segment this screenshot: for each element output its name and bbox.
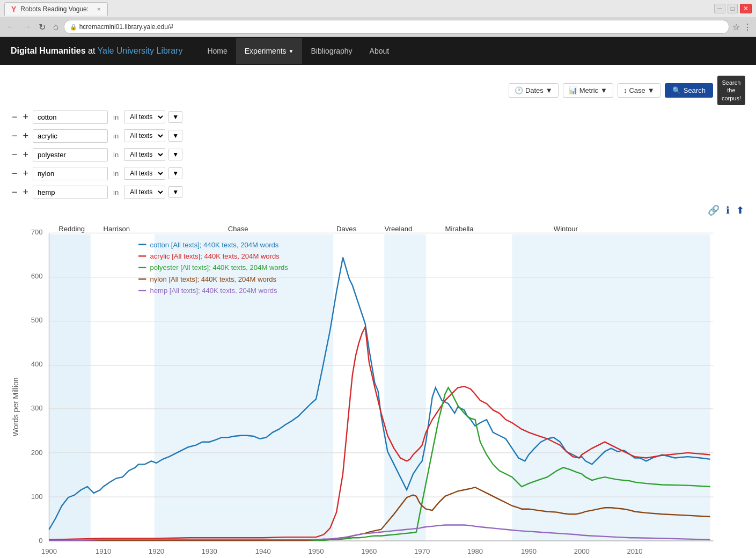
nav-bibliography[interactable]: Bibliography — [302, 38, 361, 64]
metric-label: Metric — [579, 86, 598, 94]
add-row-5-button[interactable]: + — [22, 187, 30, 198]
bookmark-button[interactable]: ☆ — [732, 22, 740, 32]
scope-select-1[interactable]: All texts — [124, 111, 165, 123]
search-input-1[interactable] — [33, 111, 108, 124]
scope-select-4[interactable]: All texts — [124, 167, 165, 180]
add-row-3-button[interactable]: + — [22, 149, 30, 160]
download-icon-button[interactable]: ⬆ — [736, 204, 744, 216]
sort-icon: ↕ — [623, 86, 627, 94]
browser-menu-button[interactable]: ⋮ — [743, 22, 752, 32]
svg-rect-6 — [512, 234, 710, 541]
url-text: hcremacmini01.library.yale.edu/# — [79, 23, 173, 31]
metric-caret: ▼ — [600, 86, 607, 94]
search-input-3[interactable] — [33, 148, 108, 161]
editor-chase: Chase — [228, 225, 248, 233]
search-input-2[interactable] — [33, 129, 108, 143]
svg-text:1950: 1950 — [308, 547, 324, 555]
search-rows-container: − + in All texts ▼ − + in All texts ▼ — [11, 111, 745, 199]
svg-text:1900: 1900 — [41, 547, 57, 555]
remove-row-3-button[interactable]: − — [11, 149, 19, 160]
tab-favicon: Y — [11, 5, 16, 13]
add-row-2-button[interactable]: + — [22, 130, 30, 142]
svg-text:300: 300 — [31, 404, 43, 412]
tab-close-button[interactable]: × — [97, 6, 100, 12]
remove-row-2-button[interactable]: − — [11, 130, 19, 142]
y-axis-label: Words per Million — [11, 377, 20, 436]
svg-text:1980: 1980 — [467, 547, 483, 555]
dates-caret: ▼ — [546, 86, 553, 94]
nav-experiments[interactable]: Experiments ▼ — [236, 38, 303, 64]
app-navbar: Digital Humanities at Yale University Li… — [0, 37, 756, 65]
in-text-4: in — [113, 170, 119, 178]
in-text-5: in — [113, 188, 119, 196]
add-row-1-button[interactable]: + — [22, 112, 30, 123]
search-icon: 🔍 — [672, 86, 681, 94]
home-button[interactable]: ⌂ — [51, 21, 61, 33]
svg-text:200: 200 — [31, 448, 43, 456]
svg-text:700: 700 — [31, 228, 43, 236]
editor-vreeland: Vreeland — [384, 225, 412, 233]
nav-about[interactable]: About — [361, 38, 398, 64]
editor-harrison: Harrison — [104, 225, 130, 233]
link-icon-button[interactable]: 🔗 — [708, 204, 720, 216]
search-row-5: − + in All texts ▼ — [11, 186, 745, 199]
filter-icon-2: ▼ — [172, 132, 179, 140]
refresh-button[interactable]: ↻ — [36, 21, 48, 33]
remove-row-1-button[interactable]: − — [11, 112, 19, 123]
browser-chrome: Y Robots Reading Vogue: × ─ □ ✕ ← → ↻ ⌂ … — [0, 0, 756, 37]
filter-dropdown-2[interactable]: ▼ — [168, 130, 182, 142]
legend-polyester: polyester [All texts]; 440K texts, 204M … — [150, 263, 289, 271]
editor-redding: Redding — [58, 225, 85, 233]
legend-cotton: cotton [All texts]; 440K texts, 204M wor… — [150, 241, 279, 249]
nav-experiments-label: Experiments — [245, 47, 287, 55]
scope-select-3[interactable]: All texts — [124, 148, 165, 161]
svg-text:1930: 1930 — [202, 547, 217, 555]
search-controls-top: 🕐 Dates ▼ 📊 Metric ▼ ↕ Case ▼ 🔍 Search S… — [11, 76, 745, 105]
remove-row-4-button[interactable]: − — [11, 168, 19, 179]
filter-dropdown-3[interactable]: ▼ — [168, 149, 182, 160]
svg-text:100: 100 — [31, 493, 43, 501]
search-row-3: − + in All texts ▼ — [11, 148, 745, 161]
legend-hemp: hemp [All texts]; 440K texts, 204M words — [150, 287, 277, 295]
search-row-2: − + in All texts ▼ — [11, 129, 745, 143]
address-bar[interactable]: 🔒 hcremacmini01.library.yale.edu/# — [64, 20, 729, 34]
svg-rect-0 — [49, 234, 90, 541]
case-button[interactable]: ↕ Case ▼ — [618, 83, 660, 98]
close-button[interactable]: ✕ — [740, 4, 752, 13]
nav-home[interactable]: Home — [199, 38, 236, 64]
case-label: Case — [629, 86, 645, 94]
search-input-4[interactable] — [33, 167, 108, 180]
search-row-4: − + in All texts ▼ — [11, 167, 745, 180]
back-button[interactable]: ← — [4, 21, 17, 33]
legend-nylon: nylon [All texts]; 440K texts, 204M word… — [150, 275, 277, 283]
forward-button[interactable]: → — [20, 21, 33, 33]
in-text-1: in — [113, 113, 119, 121]
filter-icon-5: ▼ — [172, 188, 179, 196]
dates-button[interactable]: 🕐 Dates ▼ — [509, 83, 559, 98]
scope-select-2[interactable]: All texts — [124, 129, 165, 142]
maximize-button[interactable]: □ — [728, 4, 738, 13]
case-caret: ▼ — [648, 86, 655, 94]
minimize-button[interactable]: ─ — [714, 4, 725, 13]
filter-dropdown-1[interactable]: ▼ — [168, 111, 182, 123]
filter-dropdown-4[interactable]: ▼ — [168, 167, 182, 179]
search-input-5[interactable] — [33, 186, 108, 199]
svg-text:400: 400 — [31, 360, 43, 368]
info-icon-button[interactable]: ℹ — [726, 204, 730, 216]
svg-text:500: 500 — [31, 316, 43, 324]
browser-tab[interactable]: Y Robots Reading Vogue: × — [4, 2, 108, 16]
brand-dh: Digital Humanities — [11, 46, 86, 55]
scope-select-5[interactable]: All texts — [124, 186, 165, 199]
search-button[interactable]: 🔍 Search — [665, 83, 713, 98]
filter-dropdown-5[interactable]: ▼ — [168, 186, 182, 198]
remove-row-5-button[interactable]: − — [11, 187, 19, 198]
filter-icon-3: ▼ — [172, 151, 179, 158]
add-row-4-button[interactable]: + — [22, 168, 30, 179]
svg-text:1990: 1990 — [521, 547, 537, 555]
browser-titlebar: Y Robots Reading Vogue: × ─ □ ✕ — [0, 0, 756, 17]
main-nav: Home Experiments ▼ Bibliography About — [199, 38, 398, 64]
icon-row: 🔗 ℹ ⬆ — [11, 204, 745, 216]
svg-text:0: 0 — [39, 537, 42, 545]
brand-yale: Yale University Library — [98, 46, 183, 55]
metric-button[interactable]: 📊 Metric ▼ — [563, 83, 613, 98]
